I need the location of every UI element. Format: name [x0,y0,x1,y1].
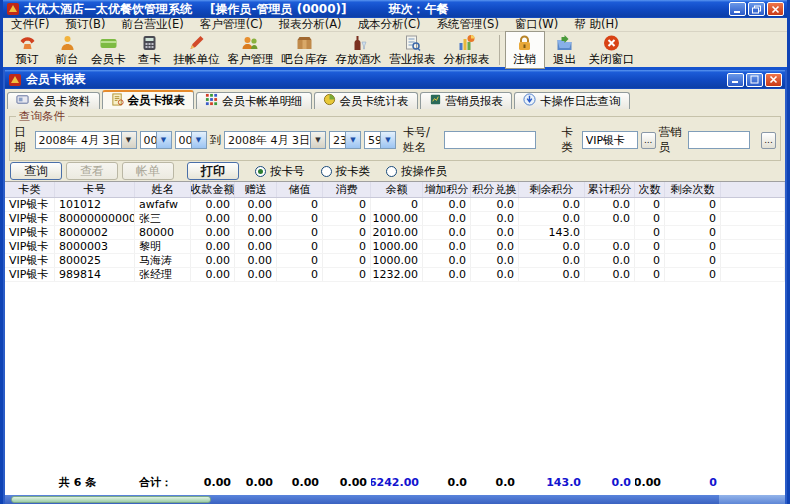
card-no-input[interactable] [444,131,536,149]
wine-storage-toolbar-button[interactable]: 存放酒水 [332,31,386,69]
query-button[interactable]: 查询 [10,162,62,180]
child-maximize-button[interactable] [746,73,763,87]
table-cell: 0.0 [423,268,471,281]
action-bar: 查询 查看 帐单 打印 按卡号按卡类按操作员 [5,161,785,181]
table-cell: 0.0 [585,212,635,225]
toolbar-button-label: 前台 [56,52,79,67]
tab-card-log-query[interactable]: 卡操作日志查询 [514,92,630,109]
padlock-icon [515,33,534,52]
total-cell: 6242.00 [371,475,423,490]
dropdown-arrow-icon[interactable]: ▼ [121,132,136,148]
customer-mgmt-toolbar-button[interactable]: 客户管理 [224,31,278,69]
table-cell: 8000003 [55,240,135,253]
table-cell: 0 [277,254,323,267]
horizontal-scrollbar[interactable] [5,495,785,504]
table-row[interactable]: VIP银卡800025马海涛0.000.00001000.000.00.00.0… [5,254,785,268]
card-no-label: 卡号/姓名 [403,125,441,155]
front-desk-toolbar-button[interactable]: 前台 [47,31,87,69]
business-report-toolbar-button[interactable]: 营业报表 [386,31,440,69]
end-minute-combobox[interactable]: 59 ▼ [364,131,396,149]
scrollbar-thumb[interactable] [11,496,211,503]
table-cell: 0 [665,226,721,239]
table-cell: 0.0 [423,226,471,239]
table-row[interactable]: VIP银卡8000002800000.000.00002010.000.00.0… [5,226,785,240]
total-cell: 0.0 [423,475,471,490]
tab-card-stats[interactable]: 会员卡统计表 [314,92,418,109]
column-header: 剩余积分 [519,182,585,197]
close-button[interactable] [767,2,784,16]
print-button[interactable]: 打印 [187,162,239,180]
tab-card-info[interactable]: 会员卡资料 [7,92,100,109]
card-type-input[interactable] [582,131,638,149]
exit-toolbar-button[interactable]: 退出 [545,31,585,69]
dropdown-arrow-icon[interactable]: ▼ [156,132,171,148]
table-row[interactable]: VIP银卡989814张经理0.000.00001232.000.00.00.0… [5,268,785,282]
end-date-combobox[interactable]: 2008年 4月 3日 ▼ [224,131,326,149]
table-cell: VIP银卡 [5,212,55,225]
member-card-toolbar-button[interactable]: 会员卡 [87,31,130,69]
table-cell: 0 [665,240,721,253]
table-row[interactable]: VIP银卡101012awfafw0.000.000000.00.00.00.0… [5,198,785,212]
start-hour-value: 00 [141,134,156,147]
dropdown-arrow-icon[interactable]: ▼ [345,132,360,148]
restore-button[interactable] [748,2,765,16]
totals-label: 合计： [135,475,191,490]
dropdown-arrow-icon[interactable]: ▼ [191,132,206,148]
end-hour-combobox[interactable]: 23 ▼ [329,131,361,149]
start-date-combobox[interactable]: 2008年 4月 3日 ▼ [35,131,137,149]
column-header: 卡类 [5,182,55,197]
radio-by-operator[interactable]: 按操作员 [386,164,447,179]
table-row[interactable]: VIP银卡8000003黎明0.000.00001000.000.00.00.0… [5,240,785,254]
table-cell: 0 [323,212,371,225]
total-cell: 0.00 [191,475,235,490]
card-type-browse-button[interactable]: ... [641,132,656,149]
table-cell: 101012 [55,198,135,211]
start-hour-combobox[interactable]: 00 ▼ [140,131,172,149]
front-desk-icon [58,33,77,52]
start-minute-combobox[interactable]: 00 ▼ [175,131,207,149]
report-magnifier-icon [403,33,422,52]
stats-icon [323,93,336,109]
child-window-icon [8,73,22,87]
member-card-icon [99,33,118,52]
logout-toolbar-button[interactable]: 注销 [505,31,545,69]
reserve-toolbar-button[interactable]: 预订 [7,31,47,69]
tab-card-bill-detail[interactable]: 会员卡帐单明细 [196,92,312,109]
child-minimize-button[interactable] [727,73,744,87]
tab-card-report[interactable]: 会员卡报表 [102,90,195,109]
view-button[interactable]: 查看 [66,162,118,180]
child-window-title: 会员卡报表 [26,71,86,88]
close-window-toolbar-button[interactable]: 关闭窗口 [585,31,639,69]
credit-unit-toolbar-button[interactable]: 挂帐单位 [170,31,224,69]
table-cell: 0.0 [585,240,635,253]
minimize-button[interactable] [729,2,746,16]
bill-button[interactable]: 帐单 [122,162,174,180]
marketer-browse-button[interactable]: ... [761,132,776,149]
table-cell: 1232.00 [371,268,423,281]
toolbar-button-label: 退出 [553,52,576,67]
start-minute-value: 00 [176,134,191,147]
dropdown-arrow-icon[interactable]: ▼ [380,132,395,148]
table-cell: 0 [665,268,721,281]
table-cell: 0.00 [235,268,277,281]
table-row[interactable]: VIP银卡800000000001张三0.000.00001000.000.00… [5,212,785,226]
marketer-input[interactable] [688,131,750,149]
table-cell: 143.0 [519,226,585,239]
child-close-button[interactable] [765,73,782,87]
radio-by-card-no[interactable]: 按卡号 [255,164,305,179]
table-cell: 0 [323,268,371,281]
total-cell [5,475,55,490]
table-cell: 0 [323,240,371,253]
dropdown-arrow-icon[interactable]: ▼ [310,132,325,148]
table-cell: 0.00 [235,212,277,225]
tab-marketer-report[interactable]: 营销员报表 [420,92,513,109]
bar-stock-toolbar-button[interactable]: 吧台库存 [278,31,332,69]
radio-by-card-type[interactable]: 按卡类 [321,164,371,179]
analysis-report-toolbar-button[interactable]: 分析报表 [440,31,494,69]
tab-label: 会员卡帐单明细 [222,94,303,109]
table-cell: 张三 [135,212,191,225]
tab-label: 营销员报表 [446,94,504,109]
operator-label: [操作员-管理员 (0000)] [210,1,347,18]
table-cell: VIP银卡 [5,254,55,267]
check-card-toolbar-button[interactable]: 查卡 [130,31,170,69]
